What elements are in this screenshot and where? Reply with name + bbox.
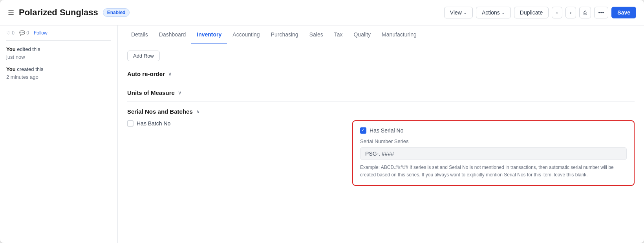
activity-entry-1: You edited this just now xyxy=(6,45,111,61)
main-window: ☰ Polarized Sunglass Enabled View ⌄ Acti… xyxy=(0,0,644,243)
serial-batches-header: Serial Nos and Batches ∧ xyxy=(127,108,635,115)
menu-icon[interactable]: ☰ xyxy=(8,8,14,17)
main-content: Details Dashboard Inventory Accounting P… xyxy=(118,25,644,243)
serial-number-series-hint: Example: ABCD.##### If series is set and… xyxy=(360,164,627,179)
activity-time-1: just now xyxy=(6,54,25,60)
units-of-measure-section: Units of Measure ∨ xyxy=(127,89,635,102)
tab-dashboard[interactable]: Dashboard xyxy=(154,26,192,44)
inventory-tab-content: Add Row Auto re-order ∨ Units of Measure… xyxy=(118,44,644,243)
topbar: ☰ Polarized Sunglass Enabled View ⌄ Acti… xyxy=(0,0,644,25)
body-layout: ♡ 0 💬 0 Follow You edited this just now … xyxy=(0,25,644,243)
has-batch-no-label: Has Batch No xyxy=(137,120,170,127)
chevron-down-icon: ⌄ xyxy=(501,10,505,15)
units-of-measure-header: Units of Measure ∨ xyxy=(127,89,635,96)
tab-quality[interactable]: Quality xyxy=(348,26,376,44)
auto-reorder-chevron[interactable]: ∨ xyxy=(168,71,172,77)
add-row-button[interactable]: Add Row xyxy=(127,51,160,61)
activity-who-2: You xyxy=(6,66,16,72)
sidebar: ♡ 0 💬 0 Follow You edited this just now … xyxy=(0,25,118,243)
activity-who-1: You xyxy=(6,46,16,52)
serial-batches-title: Serial Nos and Batches xyxy=(127,108,193,115)
auto-reorder-title: Auto re-order xyxy=(127,71,165,77)
status-badge: Enabled xyxy=(103,8,130,17)
units-of-measure-chevron[interactable]: ∨ xyxy=(178,90,182,96)
serial-right-col: Has Serial No Serial Number Series PSG-.… xyxy=(352,120,635,186)
has-serial-no-label: Has Serial No xyxy=(370,127,403,134)
view-button[interactable]: View ⌄ xyxy=(444,7,473,18)
serial-number-series-value[interactable]: PSG-. #### xyxy=(360,147,627,160)
follow-link[interactable]: Follow xyxy=(34,30,48,36)
tab-accounting[interactable]: Accounting xyxy=(227,26,265,44)
likes-count: ♡ 0 xyxy=(6,30,15,36)
serial-no-highlight-box: Has Serial No Serial Number Series PSG-.… xyxy=(352,120,635,186)
prev-button[interactable]: ‹ xyxy=(552,7,562,18)
tab-tax[interactable]: Tax xyxy=(329,26,348,44)
serial-batches-chevron[interactable]: ∧ xyxy=(196,109,200,114)
tab-sales[interactable]: Sales xyxy=(304,26,329,44)
sidebar-meta: ♡ 0 💬 0 Follow xyxy=(6,30,111,41)
save-button[interactable]: Save xyxy=(611,7,636,18)
tab-details[interactable]: Details xyxy=(126,26,154,44)
sidebar-activity: You edited this just now You created thi… xyxy=(6,45,111,81)
auto-reorder-section: Auto re-order ∨ xyxy=(127,71,635,83)
next-button[interactable]: › xyxy=(565,7,576,18)
tab-inventory[interactable]: Inventory xyxy=(191,26,227,44)
tab-purchasing[interactable]: Purchasing xyxy=(265,26,304,44)
has-batch-no-row: Has Batch No xyxy=(127,120,344,127)
activity-action-2: created this xyxy=(17,66,43,72)
chevron-down-icon: ⌄ xyxy=(463,10,467,15)
activity-entry-2: You created this 2 minutes ago xyxy=(6,65,111,81)
serial-batches-content: Has Batch No Has Serial No Serial Number… xyxy=(127,120,635,186)
page-title: Polarized Sunglass xyxy=(19,7,98,18)
has-batch-no-checkbox[interactable] xyxy=(127,120,134,127)
tab-manufacturing[interactable]: Manufacturing xyxy=(376,26,422,44)
serial-left-col: Has Batch No xyxy=(127,120,344,186)
activity-time-2: 2 minutes ago xyxy=(6,74,38,80)
more-button[interactable]: ••• xyxy=(594,7,609,18)
duplicate-button[interactable]: Duplicate xyxy=(514,7,549,18)
tabs: Details Dashboard Inventory Accounting P… xyxy=(118,25,644,44)
has-serial-no-row: Has Serial No xyxy=(360,127,627,134)
has-serial-no-checkbox[interactable] xyxy=(360,127,366,134)
units-of-measure-title: Units of Measure xyxy=(127,89,175,96)
actions-button[interactable]: Actions ⌄ xyxy=(476,7,511,18)
topbar-actions: View ⌄ Actions ⌄ Duplicate ‹ › ⎙ ••• Sav… xyxy=(444,7,636,18)
comments-count: 💬 0 xyxy=(19,30,29,36)
activity-action-1: edited this xyxy=(17,46,40,52)
serial-number-series-label: Serial Number Series xyxy=(360,138,627,144)
serial-batches-section: Serial Nos and Batches ∧ Has Batch No xyxy=(127,108,635,186)
auto-reorder-header: Auto re-order ∨ xyxy=(127,71,635,77)
print-button[interactable]: ⎙ xyxy=(579,7,591,18)
